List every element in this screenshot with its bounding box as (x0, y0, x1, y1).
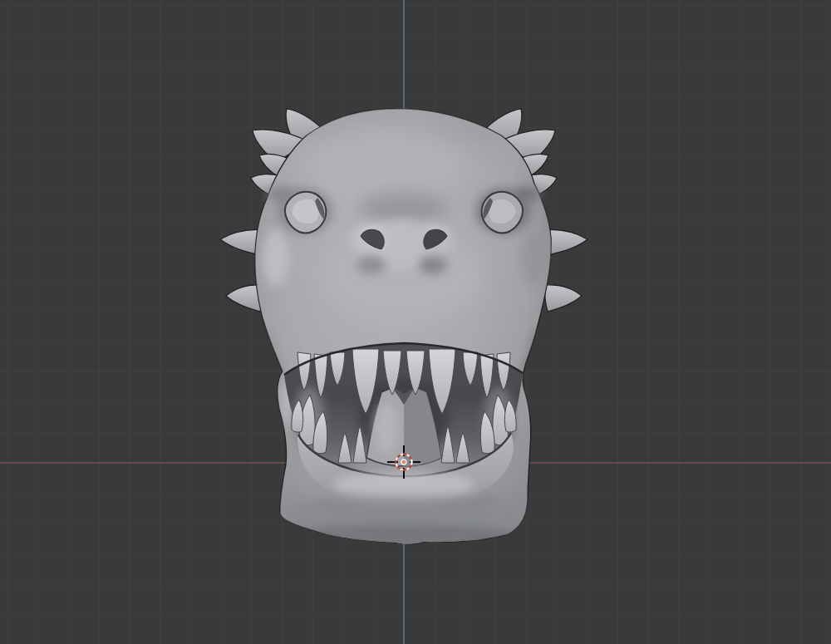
nostril-dent-right (419, 256, 447, 274)
highlight-forehead (305, 125, 463, 204)
shade-brow-bridge (358, 193, 450, 223)
nose (352, 220, 453, 274)
tongue-highlight (375, 403, 398, 453)
3d-cursor-dot (401, 460, 406, 465)
nostril-dent-left (357, 256, 386, 274)
3d-viewport[interactable] (0, 0, 831, 644)
viewport-canvas[interactable] (0, 0, 831, 644)
highlight-cheek-right (522, 229, 548, 286)
highlight-cheek-left (263, 229, 289, 286)
